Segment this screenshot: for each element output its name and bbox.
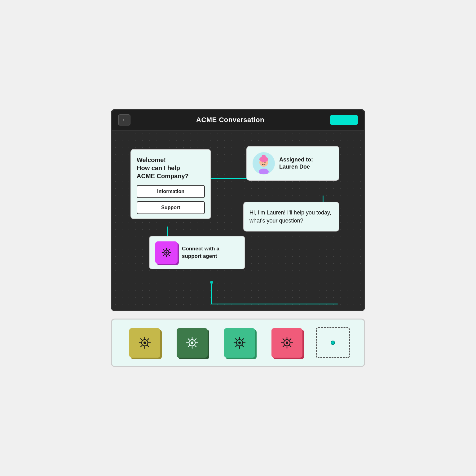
gear-icon-yellow xyxy=(137,335,153,351)
connect-card: Connect with a support agent xyxy=(149,236,245,269)
welcome-card: Welcome!How can I helpACME Company? Info… xyxy=(130,149,211,219)
header-title: ACME Conversation xyxy=(196,116,264,124)
avatar-illustration xyxy=(253,152,275,174)
support-button[interactable]: Support xyxy=(137,201,205,214)
assigned-card: Assigned to:Lauren Doe xyxy=(246,146,339,181)
svg-point-5 xyxy=(262,155,266,159)
tray-item-inner-4 xyxy=(271,328,302,358)
tray-item-empty[interactable] xyxy=(316,327,350,358)
bottom-tray xyxy=(111,319,365,367)
gear-purple-svg xyxy=(160,246,173,259)
tray-item-4[interactable] xyxy=(268,326,306,360)
svg-point-6 xyxy=(165,252,168,254)
canvas-area: Welcome!How can I helpACME Company? Info… xyxy=(112,130,364,310)
connect-gear-icon xyxy=(155,241,178,264)
gear-icon-dark-green xyxy=(184,335,200,351)
lauren-message: Hi, I'm Lauren! I'll help you today, wha… xyxy=(249,209,331,224)
avatar xyxy=(253,152,275,174)
tray-item-2[interactable] xyxy=(174,326,211,360)
information-button[interactable]: Information xyxy=(137,185,205,198)
tray-item-inner-2 xyxy=(177,328,208,358)
assigned-text: Assigned to:Lauren Doe xyxy=(279,156,313,171)
tray-item-inner-3 xyxy=(224,328,255,358)
svg-point-10 xyxy=(286,342,288,344)
svg-point-7 xyxy=(143,342,146,344)
gear-icon-light-green xyxy=(231,335,248,351)
main-panel: ← ACME Conversation xyxy=(111,109,365,311)
connect-text: Connect with a support agent xyxy=(182,245,239,260)
tray-item-inner-1 xyxy=(129,328,160,358)
svg-point-0 xyxy=(210,281,213,284)
welcome-title: Welcome!How can I helpACME Company? xyxy=(137,156,205,180)
header-bar: ← ACME Conversation xyxy=(112,110,364,130)
back-button[interactable]: ← xyxy=(118,114,130,126)
gear-icon-pink xyxy=(279,335,295,351)
back-icon: ← xyxy=(121,117,127,123)
action-button[interactable] xyxy=(330,115,358,125)
empty-slot-dot xyxy=(331,341,335,345)
svg-point-9 xyxy=(238,342,241,344)
svg-point-8 xyxy=(191,342,193,344)
tray-item-3[interactable] xyxy=(221,326,258,360)
lauren-card: Hi, I'm Lauren! I'll help you today, wha… xyxy=(243,202,339,231)
page-wrapper: ← ACME Conversation xyxy=(99,97,377,379)
tray-item-1[interactable] xyxy=(126,326,163,360)
